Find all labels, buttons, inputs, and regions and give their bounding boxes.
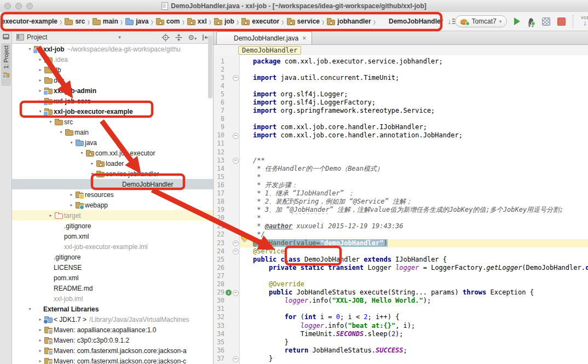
tree-expand-icon[interactable]: ▸ — [37, 78, 44, 83]
coverage-button[interactable] — [542, 18, 550, 26]
tree-item-resources[interactable]: ▸resources — [12, 189, 213, 200]
tree-item--gitignore[interactable]: .gitignore — [12, 221, 213, 231]
gutter-line-number: 8 — [214, 115, 224, 123]
tree-item--gitignore[interactable]: .gitignore — [12, 252, 213, 262]
tree-expand-icon[interactable]: ▾ — [26, 307, 33, 311]
element-breadcrumb-chip[interactable]: DemoJobHandler — [238, 46, 301, 55]
project-panel-title[interactable]: Project — [27, 33, 47, 41]
tree-item-maven-com-fasterxml-jackson-core-jackson-c[interactable]: ▸Maven: com.fasterxml.jackson.core:jacks… — [12, 356, 213, 364]
gear-icon[interactable]: ⚙▾ — [188, 33, 197, 42]
tree-scrollbar-thumb[interactable] — [208, 36, 212, 99]
debug-button[interactable] — [527, 18, 535, 25]
tree-expand-icon[interactable]: ▾ — [68, 140, 75, 145]
tree-item-external-libraries[interactable]: ▾External Libraries — [12, 304, 213, 314]
tree-expand-icon[interactable]: ▸ — [37, 67, 44, 72]
tree-item-maven-c3p0-c3p0-0-9-1-2[interactable]: ▸Maven: c3p0:c3p0:0.9.1.2 — [12, 335, 213, 345]
code-line-4 — [240, 82, 588, 90]
breadcrumb-item-job[interactable]: job — [214, 18, 234, 26]
tree-item-loader[interactable]: ▸loader — [12, 158, 213, 169]
tree-item-pom-xml[interactable]: pom.xml — [12, 231, 213, 241]
tree-expand-icon[interactable]: ▸ — [37, 348, 44, 353]
tree-item-maven-aopalliance-aopalliance-1-0[interactable]: ▸Maven: aopalliance:aopalliance:1.0 — [12, 325, 213, 335]
breadcrumb-label: main — [103, 18, 118, 25]
tree-item-demojobhandler[interactable]: DemoJobHandler — [12, 179, 213, 189]
tree-item-xxl-job-core[interactable]: ▸xxl-job-core — [12, 96, 213, 106]
breadcrumb-item-service[interactable]: service — [286, 18, 320, 26]
window-title: DemoJobHandler.java - xxl-job - [~/works… — [171, 2, 426, 10]
tree-item-xxl-job-admin[interactable]: ▸xxl-job-admin — [12, 85, 213, 96]
zoom-window-icon[interactable] — [26, 3, 33, 9]
tree-item-target[interactable]: ▸target — [12, 210, 213, 221]
tree-item-xxl-job-iml[interactable]: xxl-job.iml — [12, 293, 213, 304]
tree-item-java[interactable]: ▾java — [12, 137, 213, 148]
tree-item-service-jobhandler[interactable]: ▾service.jobhandler — [12, 169, 213, 179]
tree-item--jdk1-7-[interactable]: ▸< JDK1.7 >/Library/Java/JavaVirtualMach… — [12, 314, 213, 325]
breadcrumb-item-executor[interactable]: executor — [241, 18, 279, 26]
breadcrumb-label: DemoJobHandler — [389, 18, 443, 25]
tree-expand-icon[interactable]: ▸ — [47, 213, 54, 218]
tree-expand-icon[interactable]: ▸ — [89, 161, 96, 166]
tree-expand-icon[interactable]: ▾ — [47, 119, 54, 124]
breadcrumb-item-main[interactable]: main — [92, 18, 118, 26]
tree-item-db[interactable]: ▸db — [12, 65, 213, 75]
close-tab-icon[interactable]: × — [302, 36, 307, 41]
close-window-icon[interactable] — [4, 3, 11, 9]
tree-item--idea[interactable]: ▸.idea — [12, 54, 213, 65]
breadcrumb-item-xxl[interactable]: xxl — [187, 18, 207, 26]
breadcrumb-item-com[interactable]: com — [155, 18, 180, 26]
gutter-line-number: 34 — [214, 330, 224, 338]
tree-expand-icon[interactable]: ▸ — [37, 327, 44, 332]
breadcrumb-separator: › — [281, 15, 284, 28]
tree-item-main[interactable]: ▾main — [12, 127, 213, 137]
tree-expand-icon[interactable]: ▾ — [57, 130, 65, 135]
project-tool-window-tab[interactable]: 1: Project — [1, 43, 11, 86]
tree-item-src[interactable]: ▾src — [12, 117, 213, 127]
breadcrumb-item-executor-example[interactable]: executor-example — [2, 18, 57, 25]
code-line-5: import org.slf4j.Logger; — [240, 90, 588, 99]
tree-expand-icon[interactable]: ▸ — [37, 57, 44, 62]
package-icon — [187, 18, 196, 26]
maven-icon — [54, 232, 64, 240]
breadcrumb-item-src[interactable]: src — [64, 18, 85, 26]
switcher-icon[interactable] — [3, 34, 9, 39]
breadcrumb-item-demojobhandler[interactable]: DemoJobHandler — [378, 18, 443, 26]
tree-item-label: target — [64, 212, 81, 219]
breadcrumb-item-java[interactable]: java — [125, 18, 148, 26]
minimize-window-icon[interactable] — [15, 3, 22, 9]
tree-item-maven-com-fasterxml-jackson-core-jackson-a[interactable]: ▸Maven: com.fasterxml.jackson.core:jacks… — [12, 345, 213, 356]
breadcrumb-item-jobhandler[interactable]: jobhandler — [326, 18, 371, 26]
collapse-all-icon[interactable] — [175, 33, 183, 42]
tree-item-pom-xml[interactable]: pom.xml — [12, 273, 213, 283]
gutter-line-number: 17 — [214, 189, 224, 198]
vcs-update-button[interactable]: VCS ↓ — [581, 16, 588, 26]
tree-expand-icon[interactable]: ▸ — [37, 359, 44, 363]
editor-tab[interactable]: DemoJobHandler.java × — [216, 31, 312, 44]
stop-button[interactable] — [557, 18, 566, 26]
tree-item-webapp[interactable]: ▸webapp — [12, 200, 213, 210]
view-combo-chevron-icon[interactable]: ▾ — [118, 34, 121, 40]
tree-expand-icon[interactable]: ▸ — [68, 203, 75, 207]
gutter-line-number: 2 — [214, 66, 224, 74]
tree-item-xxl-job-executor-example[interactable]: ▾xxl-job-executor-example — [12, 106, 213, 117]
tree-item-xxl-job[interactable]: ▾xxl-job~/workspaces/idea-git-workspace/… — [12, 44, 213, 54]
tree-item-xxl-job-executor-example-iml[interactable]: xxl-job-executor-example.iml — [12, 241, 213, 252]
locate-icon[interactable] — [162, 33, 170, 42]
code-line-20: * — [240, 214, 588, 222]
tree-item-com-xxl-job-executor[interactable]: ▾com.xxl.job.executor — [12, 148, 213, 158]
code-area[interactable]: 1234567891011121314151617181920212223242… — [214, 55, 588, 364]
folder-icon — [64, 18, 73, 26]
tree-expand-icon[interactable]: ▸ — [37, 338, 44, 343]
run-configuration-select[interactable]: Tomcat7 ▾ — [455, 15, 507, 27]
gutter-line-number: 13 — [214, 157, 224, 165]
module-icon — [44, 107, 53, 115]
run-button[interactable] — [514, 18, 520, 25]
tree-item-readme-md[interactable]: README.md — [12, 283, 213, 293]
gutter-line-number: 30 — [214, 297, 224, 305]
navigate-down-icon[interactable]: ↓ — [447, 18, 455, 25]
breadcrumb-label: executor — [252, 18, 279, 25]
tree-item-license[interactable]: LICENSE — [12, 262, 213, 273]
tree-expand-icon[interactable]: ▾ — [78, 151, 85, 155]
tree-expand-icon[interactable]: ▸ — [68, 192, 75, 197]
tree-item-doc[interactable]: ▸doc — [12, 75, 213, 85]
tree-expand-icon[interactable]: ▾ — [89, 171, 96, 176]
